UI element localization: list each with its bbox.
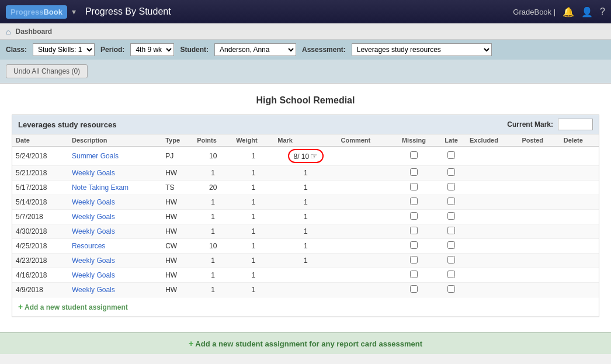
cell-missing[interactable] (391, 254, 437, 268)
help-icon[interactable]: ? (600, 6, 605, 17)
cell-late[interactable] (436, 254, 466, 268)
col-mark: Mark (274, 134, 337, 147)
missing-checkbox[interactable] (410, 241, 418, 249)
col-late: Late (436, 134, 466, 147)
col-weight: Weight (232, 134, 274, 147)
cell-late[interactable] (436, 181, 466, 195)
missing-checkbox[interactable] (410, 285, 418, 293)
cell-missing[interactable] (391, 147, 437, 166)
missing-checkbox[interactable] (410, 212, 418, 220)
cell-description[interactable]: Weekly Goals (68, 283, 162, 297)
late-checkbox[interactable] (447, 151, 455, 159)
cell-late[interactable] (436, 239, 466, 254)
cell-late[interactable] (436, 195, 466, 210)
class-select[interactable]: Study Skills: 1 (33, 43, 95, 56)
late-checkbox[interactable] (447, 183, 455, 190)
cell-missing[interactable] (391, 181, 437, 195)
cell-missing[interactable] (391, 224, 437, 239)
cell-mark[interactable]: 1 (274, 166, 337, 181)
add-assignment-row[interactable]: + Add a new student assignment (12, 297, 599, 317)
cell-mark[interactable] (274, 283, 337, 297)
late-checkbox[interactable] (447, 285, 455, 293)
mark-value: 1 (304, 169, 308, 177)
cell-mark[interactable]: 1 (274, 210, 337, 224)
description-link[interactable]: Weekly Goals (72, 227, 115, 235)
description-link[interactable]: Weekly Goals (72, 169, 115, 177)
description-link[interactable]: Weekly Goals (72, 271, 115, 279)
cell-mark[interactable]: 1 (274, 239, 337, 254)
table-row: 5/21/2018 Weekly Goals HW 1 1 1 (12, 166, 599, 181)
cell-mark[interactable] (274, 268, 337, 283)
cell-late[interactable] (436, 268, 466, 283)
late-checkbox[interactable] (447, 241, 455, 249)
cell-late[interactable] (436, 166, 466, 181)
bottom-add-link[interactable]: + Add a new student assignment for any r… (189, 339, 422, 348)
late-checkbox[interactable] (447, 227, 455, 234)
header-dropdown-arrow[interactable]: ▾ (72, 7, 76, 16)
cell-description[interactable]: Note Taking Exam (68, 181, 162, 195)
cell-weight: 1 (232, 224, 274, 239)
description-link[interactable]: Weekly Goals (72, 213, 115, 221)
cell-description[interactable]: Weekly Goals (68, 254, 162, 268)
cell-description[interactable]: Resources (68, 239, 162, 254)
undo-button[interactable]: Undo All Changes (0) (6, 64, 88, 78)
missing-checkbox[interactable] (410, 151, 418, 159)
description-link[interactable]: Summer Goals (72, 152, 119, 160)
cell-date: 4/16/2018 (12, 268, 68, 283)
cell-missing[interactable] (391, 268, 437, 283)
cell-mark[interactable]: 1 (274, 181, 337, 195)
cell-mark[interactable]: 1 (274, 195, 337, 210)
cell-description[interactable]: Weekly Goals (68, 210, 162, 224)
description-link[interactable]: Weekly Goals (72, 198, 115, 206)
add-assignment-text[interactable]: Add a new student assignment (25, 303, 128, 311)
description-link[interactable]: Resources (72, 242, 105, 250)
cell-missing[interactable] (391, 210, 437, 224)
user-icon[interactable]: 👤 (581, 6, 593, 18)
missing-checkbox[interactable] (410, 183, 418, 190)
late-checkbox[interactable] (447, 256, 455, 264)
cell-missing[interactable] (391, 283, 437, 297)
description-link[interactable]: Note Taking Exam (72, 183, 129, 192)
cell-description[interactable]: Weekly Goals (68, 224, 162, 239)
assessment-select[interactable]: Leverages study resources (352, 43, 492, 56)
cell-missing[interactable] (391, 239, 437, 254)
cell-mark[interactable]: 8/ 10☞ (274, 147, 337, 166)
home-icon[interactable]: ⌂ (6, 27, 11, 36)
cell-description[interactable]: Weekly Goals (68, 268, 162, 283)
cell-mark[interactable]: 1 (274, 224, 337, 239)
cell-late[interactable] (436, 147, 466, 166)
cell-missing[interactable] (391, 166, 437, 181)
missing-checkbox[interactable] (410, 197, 418, 205)
cell-description[interactable]: Summer Goals (68, 147, 162, 166)
mark-value: 1 (304, 198, 308, 206)
header: ProgressBook ▾ Progress By Student Grade… (0, 0, 611, 23)
logo-area: ProgressBook ▾ Progress By Student (6, 5, 171, 19)
cell-date: 4/30/2018 (12, 224, 68, 239)
cell-mark[interactable]: 1 (274, 254, 337, 268)
description-link[interactable]: Weekly Goals (72, 256, 115, 265)
cell-late[interactable] (436, 224, 466, 239)
description-link[interactable]: Weekly Goals (72, 286, 115, 294)
current-mark-input[interactable] (558, 119, 593, 130)
cell-late[interactable] (436, 210, 466, 224)
missing-checkbox[interactable] (410, 168, 418, 176)
missing-checkbox[interactable] (410, 256, 418, 264)
late-checkbox[interactable] (447, 168, 455, 176)
gradebook-label: GradeBook | (513, 8, 556, 16)
cell-late[interactable] (436, 283, 466, 297)
cell-excluded (466, 283, 518, 297)
missing-checkbox[interactable] (410, 271, 418, 278)
period-select[interactable]: 4th 9 wk (130, 43, 174, 56)
cell-missing[interactable] (391, 195, 437, 210)
late-checkbox[interactable] (447, 271, 455, 278)
student-select[interactable]: Anderson, Anna (214, 43, 296, 56)
late-checkbox[interactable] (447, 197, 455, 205)
bell-icon[interactable]: 🔔 (563, 6, 574, 18)
cell-description[interactable]: Weekly Goals (68, 195, 162, 210)
cell-description[interactable]: Weekly Goals (68, 166, 162, 181)
late-checkbox[interactable] (447, 212, 455, 220)
mark-value: 1 (304, 213, 308, 221)
cell-points: 1 (193, 224, 232, 239)
add-assignment-label[interactable]: + Add a new student assignment (12, 297, 599, 317)
missing-checkbox[interactable] (410, 227, 418, 234)
